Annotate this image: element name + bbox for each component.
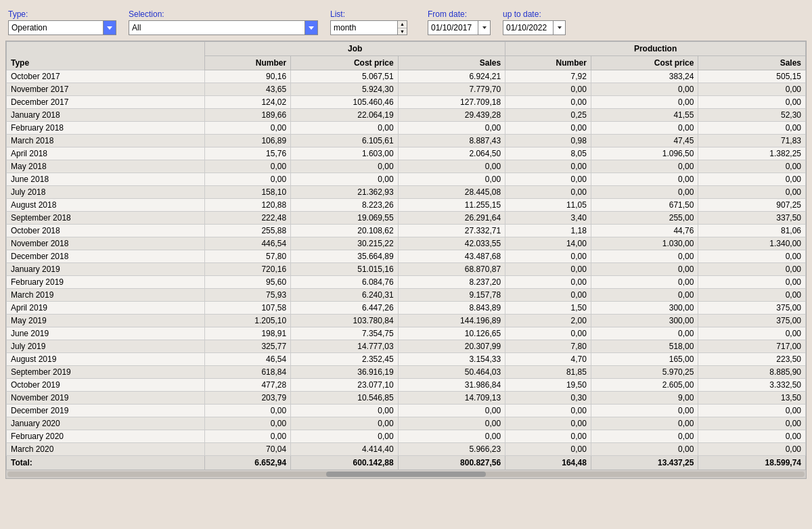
list-input[interactable]	[330, 20, 398, 35]
col-header-production-group: Production	[505, 42, 806, 56]
spinner-up-icon[interactable]: ▲	[398, 21, 407, 28]
cell-prod-cost: 255,00	[591, 212, 698, 225]
cell-prod-sales: 13,50	[698, 392, 806, 405]
cell-prod-number: 0,25	[505, 109, 591, 122]
cell-prod-sales: 223,50	[698, 353, 806, 366]
cell-prod-cost: 0,00	[591, 276, 698, 289]
table-row: September 2019 618,84 36.916,19 50.464,0…	[7, 366, 806, 379]
cell-job-cost: 4.414,40	[291, 443, 399, 456]
cell-prod-sales: 8.885,90	[698, 366, 806, 379]
cell-job-number: 15,76	[205, 147, 291, 160]
cell-type: March 2018	[7, 135, 205, 147]
table-row: November 2017 43,65 5.924,30 7.779,70 0,…	[7, 83, 806, 96]
cell-prod-cost: 44,76	[591, 225, 698, 237]
cell-type: November 2019	[7, 392, 205, 405]
cell-job-cost: 6.240,31	[291, 289, 399, 302]
selection-label: Selection:	[129, 9, 318, 19]
cell-prod-cost: 0,00	[591, 122, 698, 135]
cell-job-cost: 6.105,61	[291, 135, 399, 147]
cell-prod-number: 0,00	[505, 173, 591, 186]
cell-prod-cost: 0,00	[591, 405, 698, 417]
cell-prod-cost: 0,00	[591, 173, 698, 186]
cell-job-sales: 0,00	[398, 430, 505, 443]
cell-prod-number: 2,00	[505, 315, 591, 327]
cell-job-sales: 9.157,78	[398, 289, 505, 302]
selection-select[interactable]: All	[129, 20, 318, 35]
table-footer: Total: 6.652,94 600.142,88 800.827,56 16…	[7, 456, 806, 470]
cell-prod-number: 8,05	[505, 147, 591, 160]
cell-type: February 2020	[7, 430, 205, 443]
table-row: October 2019 477,28 23.077,10 31.986,84 …	[7, 379, 806, 392]
cell-job-cost: 36.916,19	[291, 366, 399, 379]
cell-job-number: 198,91	[205, 327, 291, 340]
cell-prod-sales: 375,00	[698, 315, 806, 327]
cell-job-cost: 20.108,62	[291, 225, 399, 237]
cell-prod-sales: 1.340,00	[698, 237, 806, 250]
table-row: May 2019 1.205,10 103.780,84 144.196,89 …	[7, 315, 806, 327]
cell-type: January 2019	[7, 263, 205, 276]
type-field-group: Type: Operation	[8, 9, 116, 35]
cell-prod-number: 0,00	[505, 289, 591, 302]
cell-type: February 2018	[7, 122, 205, 135]
up-to-date-input[interactable]	[503, 20, 554, 35]
from-date-input[interactable]	[428, 20, 478, 35]
cell-prod-number: 19,50	[505, 379, 591, 392]
selection-select-wrap[interactable]: All	[129, 20, 318, 35]
cell-job-number: 0,00	[205, 405, 291, 417]
up-to-date-dropdown-btn[interactable]	[554, 20, 566, 35]
type-select-wrap[interactable]: Operation	[8, 20, 116, 35]
cell-prod-sales: 81,06	[698, 225, 806, 237]
cell-prod-number: 0,00	[505, 405, 591, 417]
cell-prod-sales: 0,00	[698, 122, 806, 135]
cell-job-number: 70,04	[205, 443, 291, 456]
up-to-date-arrow-icon	[556, 24, 563, 31]
cell-job-sales: 7.779,70	[398, 83, 505, 96]
cell-prod-cost: 165,00	[591, 353, 698, 366]
horizontal-scrollbar[interactable]	[6, 470, 806, 478]
cell-prod-cost: 518,00	[591, 340, 698, 353]
cell-type: April 2018	[7, 147, 205, 160]
table-row: June 2018 0,00 0,00 0,00 0,00 0,00 0,00	[7, 173, 806, 186]
cell-prod-cost: 1.030,00	[591, 237, 698, 250]
cell-job-sales: 0,00	[398, 417, 505, 430]
cell-prod-number: 0,00	[505, 443, 591, 456]
table-row: January 2018 189,66 22.064,19 29.439,28 …	[7, 109, 806, 122]
cell-job-sales: 127.709,18	[398, 96, 505, 109]
table-header-row-1: Type Job Production	[7, 42, 806, 56]
cell-job-number: 107,58	[205, 302, 291, 315]
cell-job-cost: 105.460,46	[291, 96, 399, 109]
list-spinner[interactable]: ▲ ▼	[398, 20, 407, 35]
cell-job-sales: 43.487,68	[398, 250, 505, 263]
from-date-dropdown-btn[interactable]	[478, 20, 491, 35]
total-prod-sales: 18.599,74	[698, 456, 806, 470]
col-header-prod-sales: Sales	[698, 56, 806, 70]
total-job-cost: 600.142,88	[291, 456, 399, 470]
cell-job-cost: 103.780,84	[291, 315, 399, 327]
spinner-down-icon[interactable]: ▼	[398, 28, 407, 35]
up-to-date-field-group: up to date:	[503, 9, 566, 35]
cell-prod-cost: 0,00	[591, 430, 698, 443]
cell-type: July 2018	[7, 186, 205, 199]
total-prod-number: 164,48	[505, 456, 591, 470]
cell-prod-number: 1,18	[505, 225, 591, 237]
cell-job-number: 325,77	[205, 340, 291, 353]
cell-type: March 2019	[7, 289, 205, 302]
table-body: October 2017 90,16 5.067,51 6.924,21 7,9…	[7, 70, 806, 456]
cell-prod-sales: 375,00	[698, 302, 806, 315]
cell-job-number: 477,28	[205, 379, 291, 392]
cell-job-sales: 10.126,65	[398, 327, 505, 340]
cell-prod-sales: 0,00	[698, 250, 806, 263]
type-select[interactable]: Operation	[8, 20, 116, 35]
cell-job-sales: 28.445,08	[398, 186, 505, 199]
table-row: March 2018 106,89 6.105,61 8.887,43 0,98…	[7, 135, 806, 147]
cell-prod-cost: 47,45	[591, 135, 698, 147]
table-row: November 2019 203,79 10.546,85 14.709,13…	[7, 392, 806, 405]
cell-type: May 2019	[7, 315, 205, 327]
cell-prod-sales: 0,00	[698, 289, 806, 302]
cell-job-cost: 1.603,00	[291, 147, 399, 160]
total-row: Total: 6.652,94 600.142,88 800.827,56 16…	[7, 456, 806, 470]
scrollbar-thumb[interactable]	[326, 472, 486, 477]
cell-job-number: 90,16	[205, 70, 291, 83]
cell-prod-number: 0,00	[505, 186, 591, 199]
cell-prod-sales: 0,00	[698, 430, 806, 443]
